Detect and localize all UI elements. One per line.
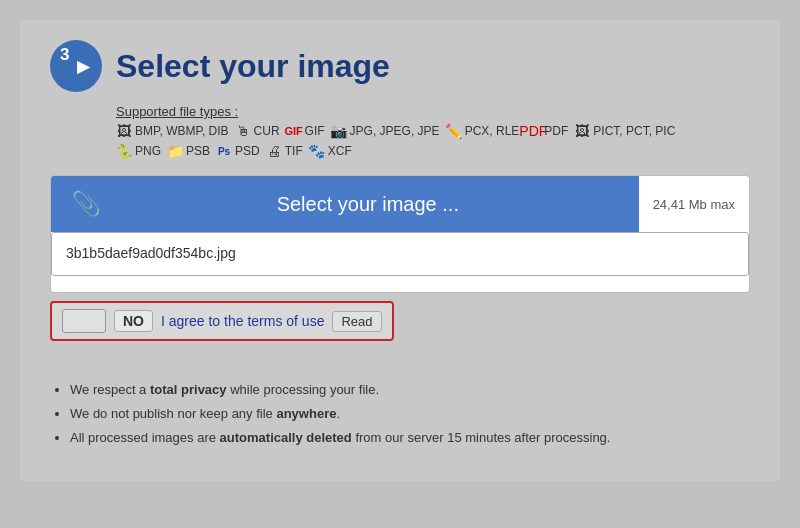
play-icon: ▶: [77, 57, 89, 76]
main-container: 3 ▶ Select your image Supported file typ…: [20, 20, 780, 481]
section-header: 3 ▶ Select your image: [50, 40, 750, 92]
pcx-icon: ✏️: [446, 123, 462, 139]
psb-icon: 📁: [167, 143, 183, 159]
filetype-png: 🐍PNG: [116, 143, 161, 159]
cur-icon: 🖱: [235, 123, 251, 139]
terms-section: NO I agree to the terms of use Read: [50, 301, 394, 341]
filetype-pdf: PDFPDF: [525, 123, 568, 139]
pdf-icon: PDF: [525, 123, 541, 139]
xcf-icon: 🐾: [309, 143, 325, 159]
step-indicator: 3 ▶: [50, 40, 102, 92]
terms-toggle[interactable]: [62, 309, 106, 333]
privacy-item-3: All processed images are automatically d…: [70, 427, 750, 449]
filetype-pcx: ✏️PCX, RLE: [446, 123, 520, 139]
paperclip-icon: 📎: [71, 190, 101, 218]
privacy-item-1: We respect a total privacy while process…: [70, 379, 750, 401]
pict-icon: 🖼: [574, 123, 590, 139]
png-icon: 🐍: [116, 143, 132, 159]
privacy-list: We respect a total privacy while process…: [70, 379, 750, 449]
filetype-bmp: 🖼BMP, WBMP, DIB: [116, 123, 229, 139]
upload-btn-row: 📎 Select your image ... 24,41 Mb max: [51, 176, 749, 232]
filetype-xcf: 🐾XCF: [309, 143, 352, 159]
jpg-icon: 📷: [331, 123, 347, 139]
bmp-icon: 🖼: [116, 123, 132, 139]
filetype-psd: PsPSD: [216, 143, 260, 159]
select-button-label: Select your image ...: [117, 193, 619, 216]
file-types-section: Supported file types : 🖼BMP, WBMP, DIB 🖱…: [116, 104, 750, 159]
file-types-row2: 🐍PNG 📁PSB PsPSD 🖨TIF 🐾XCF: [116, 143, 750, 159]
filetype-pict: 🖼PICT, PCT, PIC: [574, 123, 675, 139]
step-number: 3: [60, 45, 69, 65]
toggle-no-button[interactable]: NO: [114, 310, 153, 332]
psd-icon: Ps: [216, 143, 232, 159]
filetype-cur: 🖱CUR: [235, 123, 280, 139]
page-title: Select your image: [116, 48, 390, 85]
filetype-tif: 🖨TIF: [266, 143, 303, 159]
tif-icon: 🖨: [266, 143, 282, 159]
file-types-label: Supported file types :: [116, 104, 750, 119]
upload-area: 📎 Select your image ... 24,41 Mb max 3b1…: [50, 175, 750, 293]
terms-wrapper: NO I agree to the terms of use Read: [50, 301, 750, 361]
gif-icon: GIF: [286, 123, 302, 139]
file-types-row1: 🖼BMP, WBMP, DIB 🖱CUR GIFGIF 📷JPG, JPEG, …: [116, 123, 750, 139]
filetype-jpg: 📷JPG, JPEG, JPE: [331, 123, 440, 139]
select-image-button[interactable]: 📎 Select your image ...: [51, 176, 639, 232]
filetype-gif: GIFGIF: [286, 123, 325, 139]
filetype-psb: 📁PSB: [167, 143, 210, 159]
terms-text: I agree to the terms of use: [161, 313, 324, 329]
max-size-label: 24,41 Mb max: [639, 197, 749, 212]
read-terms-button[interactable]: Read: [332, 311, 381, 332]
privacy-item-2: We do not publish nor keep any file anyw…: [70, 403, 750, 425]
filename-display: 3b1b5daef9ad0df354bc.jpg: [51, 232, 749, 276]
